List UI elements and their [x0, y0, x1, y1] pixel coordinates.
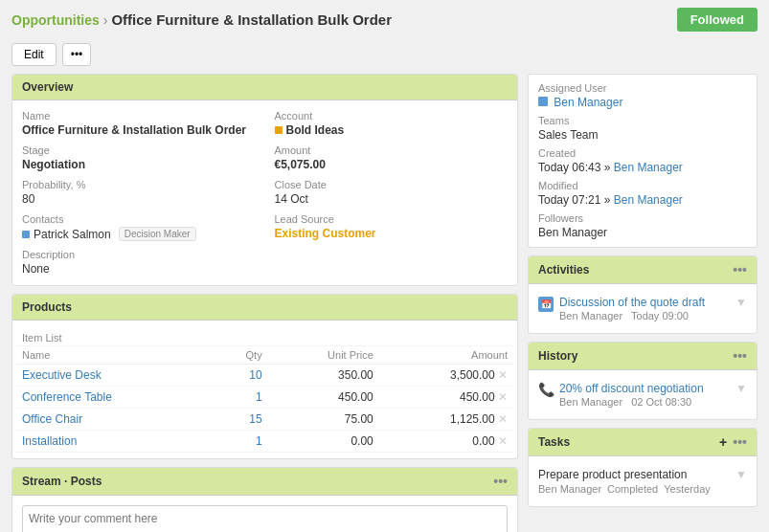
created-by[interactable]: Ben Manager [614, 161, 683, 174]
history-link[interactable]: 20% off discount negotiation [559, 382, 730, 395]
assigned-user-name[interactable]: Ben Manager [554, 96, 622, 109]
assigned-user-icon [538, 97, 548, 106]
right-panel: Assigned User Ben Manager Teams Sales Te… [528, 74, 758, 532]
activity-content: Discussion of the quote draft Ben Manage… [559, 296, 730, 321]
history-phone-icon: 📞 [538, 382, 554, 397]
task-user: Ben Manager [538, 483, 601, 495]
activity-link[interactable]: Discussion of the quote draft [559, 296, 730, 309]
breadcrumb-module[interactable]: Opportunities [11, 12, 100, 28]
product-name[interactable]: Conference Table [16, 387, 214, 409]
activities-body: 📅 Discussion of the quote draft Ben Mana… [529, 284, 757, 333]
product-qty[interactable]: 1 [214, 387, 268, 409]
lead-source-value: Existing Customer [275, 227, 509, 240]
product-delete-icon[interactable]: ✕ [498, 390, 508, 404]
products-table: Item List Name Qty Unit Price Amount Exe… [16, 326, 513, 453]
followers-label: Followers [538, 212, 747, 224]
account-label: Account [275, 110, 509, 122]
products-header: Products [12, 295, 517, 321]
amount-label: Amount [275, 144, 509, 156]
product-delete-icon[interactable]: ✕ [498, 412, 508, 426]
col-amount-header: Amount [379, 346, 513, 365]
amount-field: Amount €5,075.00 [275, 144, 509, 171]
history-title: History [538, 349, 577, 363]
product-delete-icon[interactable]: ✕ [498, 434, 508, 448]
info-body: Assigned User Ben Manager Teams Sales Te… [529, 75, 757, 247]
tasks-section: Tasks + ••• Prepare product presentation… [528, 428, 758, 507]
contacts-field: Contacts Patrick Salmon Decision Maker [22, 213, 256, 241]
col-name-header: Name [16, 346, 214, 365]
product-qty[interactable]: 10 [214, 365, 268, 387]
tasks-header: Tasks + ••• [529, 429, 757, 456]
table-row: Conference Table 1 450.00 450.00 ✕ [16, 387, 513, 409]
modified-label: Modified [538, 180, 747, 191]
history-item: 📞 20% off discount negotiation Ben Manag… [538, 378, 747, 411]
name-label: Name [22, 110, 256, 122]
account-value[interactable]: Bold Ideas [286, 123, 345, 137]
edit-button[interactable]: Edit [11, 43, 57, 66]
table-row: Installation 1 0.00 0.00 ✕ [16, 431, 513, 453]
account-dot-icon [275, 126, 283, 134]
close-date-label: Close Date [275, 179, 509, 190]
description-value: None [22, 262, 508, 276]
overview-header: Overview [12, 75, 517, 100]
tasks-add-icon[interactable]: + [719, 434, 727, 450]
task-arrow-icon[interactable]: ▼ [735, 468, 747, 481]
followed-button[interactable]: Followed [677, 8, 758, 32]
activity-calendar-icon: 📅 [538, 297, 554, 312]
contact-dot-icon [22, 231, 30, 238]
stage-field: Stage Negotiation [22, 144, 256, 171]
breadcrumb: Opportunities › Office Furniture & Insta… [11, 11, 392, 28]
history-section: History ••• 📞 20% off discount negotiati… [528, 342, 758, 420]
assigned-user-label: Assigned User [538, 82, 747, 94]
col-qty-header: Qty [214, 346, 268, 365]
activity-arrow-icon[interactable]: ▼ [735, 296, 747, 309]
history-arrow-icon[interactable]: ▼ [735, 382, 747, 395]
stage-label: Stage [22, 144, 256, 156]
activities-title: Activities [538, 263, 589, 277]
item-list-label: Item List [16, 326, 513, 346]
tasks-dots-icon[interactable]: ••• [733, 434, 747, 450]
contact-name[interactable]: Patrick Salmon [34, 228, 111, 241]
product-delete-icon[interactable]: ✕ [498, 368, 508, 382]
stream-dots-icon[interactable]: ••• [493, 474, 508, 489]
activities-dots-icon[interactable]: ••• [733, 262, 747, 277]
modified-value: Today 07:21 » Ben Manager [538, 193, 747, 207]
lead-source-label: Lead Source [275, 213, 509, 225]
history-meta: Ben Manager 02 Oct 08:30 [559, 396, 730, 408]
task-content: Prepare product presentation Ben Manager… [538, 468, 730, 495]
product-amount: 1,125.00 ✕ [379, 409, 513, 431]
task-time: Yesterday [664, 483, 711, 495]
history-header: History ••• [529, 343, 757, 370]
page-title: Office Furniture & Installation Bulk Ord… [111, 11, 392, 28]
probability-field: Probability, % 80 [22, 179, 256, 206]
product-amount: 0.00 ✕ [379, 431, 513, 453]
product-name[interactable]: Office Chair [16, 409, 214, 431]
description-label: Description [22, 249, 508, 260]
comment-input[interactable] [22, 505, 508, 532]
amount-value: €5,075.00 [275, 158, 509, 171]
tasks-body: Prepare product presentation Ben Manager… [529, 456, 757, 506]
product-unit-price: 75.00 [268, 409, 379, 431]
history-content: 20% off discount negotiation Ben Manager… [559, 382, 730, 408]
product-name[interactable]: Executive Desk [16, 365, 214, 387]
activity-meta: Ben Manager Today 09:00 [559, 310, 730, 321]
stage-value: Negotiation [22, 158, 256, 171]
stream-title: Stream · Posts [22, 475, 102, 488]
description-field: Description None [22, 249, 508, 276]
modified-by[interactable]: Ben Manager [614, 193, 683, 207]
product-name[interactable]: Installation [16, 431, 214, 453]
task-meta: Ben Manager Completed Yesterday [538, 483, 730, 495]
activities-section: Activities ••• 📅 Discussion of the quote… [528, 255, 758, 334]
table-row: Executive Desk 10 350.00 3,500.00 ✕ [16, 365, 513, 387]
more-options-button[interactable]: ••• [62, 43, 92, 66]
product-qty[interactable]: 15 [214, 409, 268, 431]
assigned-user-value: Ben Manager [538, 96, 747, 109]
probability-value: 80 [22, 192, 256, 206]
product-qty[interactable]: 1 [214, 431, 268, 453]
created-value: Today 06:43 » Ben Manager [538, 161, 747, 174]
overview-section: Overview Name Office Furniture & Install… [11, 74, 518, 286]
name-value: Office Furniture & Installation Bulk Ord… [22, 123, 256, 137]
history-dots-icon[interactable]: ••• [733, 348, 747, 364]
account-field: Account Bold Ideas [275, 110, 509, 137]
teams-label: Teams [538, 115, 747, 126]
